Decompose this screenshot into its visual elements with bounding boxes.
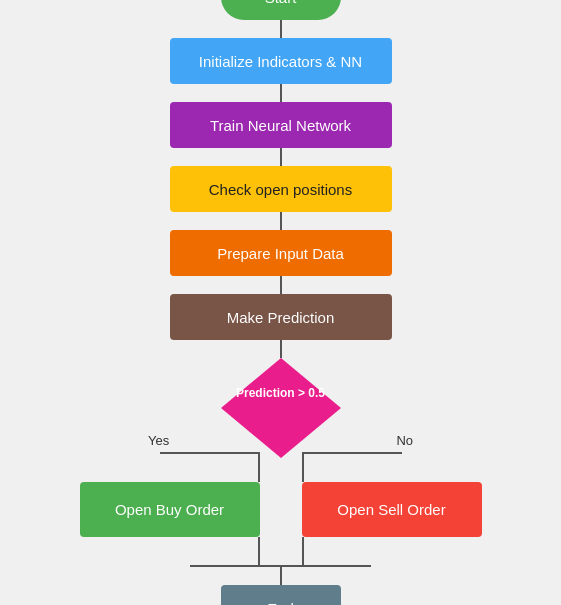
connector-6 — [280, 340, 282, 358]
sell-node: Open Sell Order — [302, 482, 482, 537]
sell-label: Open Sell Order — [337, 501, 445, 518]
diamond-shape — [221, 358, 341, 408]
yes-label: Yes — [148, 433, 169, 448]
connector-2 — [280, 84, 282, 102]
buy-node: Open Buy Order — [80, 482, 260, 537]
v-line-left-bottom — [258, 537, 260, 565]
train-label: Train Neural Network — [210, 117, 351, 134]
start-label: Start — [265, 0, 297, 6]
v-line-right-bottom — [302, 537, 304, 565]
prepare-node: Prepare Input Data — [170, 230, 392, 276]
connector-4 — [280, 212, 282, 230]
v-line-left — [258, 454, 260, 482]
end-node: End — [221, 585, 341, 605]
decision-diamond: Prediction > 0.5 — [201, 358, 361, 428]
connector-end — [280, 567, 282, 585]
check-label: Check open positions — [209, 181, 352, 198]
check-node: Check open positions — [170, 166, 392, 212]
connector-1 — [280, 20, 282, 38]
v-line-right — [302, 454, 304, 482]
prepare-label: Prepare Input Data — [217, 245, 344, 262]
init-label: Initialize Indicators & NN — [199, 53, 362, 70]
train-node: Train Neural Network — [170, 102, 392, 148]
connector-3 — [280, 148, 282, 166]
start-node: Start — [221, 0, 341, 20]
predict-label: Make Prediction — [227, 309, 335, 326]
flowchart: Start Initialize Indicators & NN Train N… — [0, 0, 561, 605]
connector-5 — [280, 276, 282, 294]
end-label: End — [267, 600, 294, 606]
decision-label: Prediction > 0.5 — [236, 386, 325, 400]
buy-label: Open Buy Order — [115, 501, 224, 518]
predict-node: Make Prediction — [170, 294, 392, 340]
no-label: No — [396, 433, 413, 448]
init-node: Initialize Indicators & NN — [170, 38, 392, 84]
